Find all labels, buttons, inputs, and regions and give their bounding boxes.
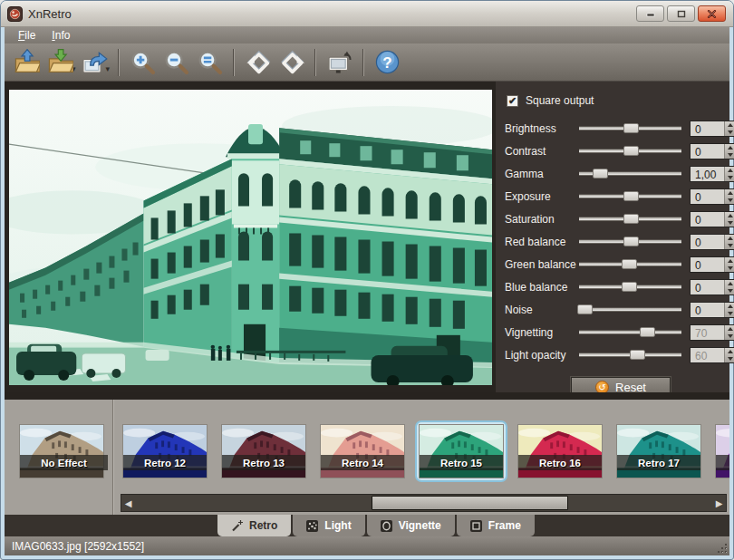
light-opacity-spin-down-button[interactable]	[725, 355, 734, 362]
green-balance-spin-up-button[interactable]	[725, 257, 734, 265]
vignetting-slider[interactable]	[579, 330, 681, 334]
noise-slider-thumb[interactable]	[577, 304, 593, 314]
zoom-out-button[interactable]	[159, 46, 193, 79]
scroll-left-button[interactable]: ◀	[121, 495, 135, 511]
close-button[interactable]	[698, 5, 726, 22]
effect-thumbnail-no-effect[interactable]: No Effect	[15, 420, 112, 482]
save-folder-button[interactable]	[43, 46, 77, 79]
minimize-button[interactable]	[636, 5, 664, 22]
blue-balance-spinbox[interactable]: 0	[690, 279, 734, 295]
brightness-spin-up-button[interactable]	[725, 121, 734, 129]
light-opacity-slider-thumb[interactable]	[630, 350, 645, 360]
exposure-label: Exposure	[505, 190, 579, 203]
exposure-spinbox[interactable]: 0	[690, 188, 734, 205]
contrast-spin-up-button[interactable]	[725, 144, 734, 151]
tab-light[interactable]: Light	[293, 515, 364, 536]
green-balance-slider[interactable]	[579, 262, 681, 266]
light-opacity-slider[interactable]	[579, 352, 681, 357]
saturation-spin-down-button[interactable]	[725, 219, 734, 227]
red-balance-slider[interactable]	[579, 239, 681, 244]
effect-thumbnail-retro-15[interactable]: Retro 15	[415, 420, 507, 482]
noise-spinbox[interactable]: 0	[690, 302, 734, 318]
resize-grip[interactable]	[718, 544, 728, 554]
vignetting-spin-down-button[interactable]	[725, 333, 734, 340]
noise-slider[interactable]	[579, 307, 681, 312]
red-balance-spin-up-button[interactable]	[725, 235, 734, 242]
blue-balance-label: Blue balance	[505, 281, 579, 294]
green-balance-spinbox[interactable]: 0	[690, 256, 734, 273]
blue-balance-spin-up-button[interactable]	[725, 280, 734, 287]
help-button[interactable]: ?	[371, 46, 404, 79]
square-output-checkbox[interactable]: ✔	[507, 95, 518, 107]
red-balance-spin-down-button[interactable]	[725, 242, 734, 249]
exposure-spin-up-button[interactable]	[725, 189, 734, 197]
light-opacity-value: 60	[691, 348, 724, 362]
red-balance-label: Red balance	[505, 236, 579, 248]
vignetting-spinbox[interactable]: 70	[690, 324, 734, 341]
tab-label: Retro	[249, 519, 277, 532]
contrast-spin-down-button[interactable]	[725, 151, 734, 159]
toolbar-separator	[118, 49, 120, 76]
noise-spin-down-button[interactable]	[725, 310, 734, 317]
scroll-right-button[interactable]: ▶	[712, 495, 726, 511]
light-opacity-spin-up-button[interactable]	[725, 348, 734, 355]
saturation-spinbox[interactable]: 0	[690, 211, 734, 227]
red-balance-slider-thumb[interactable]	[623, 237, 639, 246]
effect-thumbnail-retro-14[interactable]: Retro 14	[316, 420, 409, 482]
gamma-spin-up-button[interactable]	[725, 167, 734, 174]
rotate-left-button[interactable]	[241, 46, 275, 79]
brightness-slider-thumb[interactable]	[623, 123, 639, 133]
saturation-slider[interactable]	[579, 217, 681, 221]
blue-balance-slider[interactable]	[579, 285, 681, 289]
tab-frame[interactable]: Frame	[457, 515, 535, 536]
effect-thumbnail-retro-18[interactable]: Retro 18	[711, 420, 729, 482]
effect-thumbnail-retro-17[interactable]: Retro 17	[613, 420, 705, 482]
green-balance-row: Green balance0	[505, 253, 722, 275]
green-balance-spin-down-button[interactable]	[725, 265, 734, 272]
light-opacity-spin-buttons	[724, 348, 734, 362]
brightness-slider[interactable]	[579, 126, 681, 130]
light-opacity-row: Light opacity60	[505, 343, 722, 366]
tab-retro[interactable]: Retro	[217, 515, 291, 536]
effect-thumbnail-label: Retro 13	[222, 455, 305, 470]
effect-thumbnail-retro-12[interactable]: Retro 12	[119, 420, 211, 482]
tab-vignette[interactable]: Vignette	[367, 515, 455, 536]
light-opacity-spinbox[interactable]: 60	[690, 347, 734, 363]
gamma-spinbox[interactable]: 1,00	[690, 166, 734, 182]
blue-balance-slider-thumb[interactable]	[622, 282, 637, 292]
effect-thumbnail-retro-13[interactable]: Retro 13	[217, 420, 310, 482]
contrast-spinbox[interactable]: 0	[690, 143, 734, 159]
contrast-slider[interactable]	[579, 149, 681, 153]
set-wallpaper-button[interactable]	[323, 46, 356, 79]
thumbnail-scrollbar: ◀ ▶	[121, 494, 727, 512]
menu-item-info[interactable]: Info	[43, 28, 78, 43]
exposure-slider-thumb[interactable]	[623, 191, 639, 201]
zoom-in-button[interactable]	[126, 46, 159, 79]
red-balance-spinbox[interactable]: 0	[690, 234, 734, 250]
exposure-slider[interactable]	[579, 194, 681, 198]
gamma-slider-thumb[interactable]	[593, 169, 608, 179]
saturation-spin-up-button[interactable]	[725, 212, 734, 219]
contrast-slider-thumb[interactable]	[623, 146, 639, 156]
rotate-right-button[interactable]	[275, 46, 308, 79]
up-arrow-icon	[728, 282, 733, 285]
brightness-spin-down-button[interactable]	[725, 129, 734, 136]
gamma-slider[interactable]	[579, 171, 681, 176]
green-balance-slider-thumb[interactable]	[622, 259, 637, 269]
gamma-spin-down-button[interactable]	[725, 174, 734, 181]
saturation-slider-thumb[interactable]	[623, 214, 639, 224]
maximize-button[interactable]	[667, 5, 695, 22]
effect-thumbnail-retro-16[interactable]: Retro 16	[514, 420, 606, 482]
zoom-fit-button[interactable]	[193, 46, 227, 79]
scroll-track[interactable]	[135, 495, 712, 511]
blue-balance-spin-down-button[interactable]	[725, 287, 734, 294]
menu-item-file[interactable]: File	[10, 28, 43, 43]
brightness-spinbox[interactable]: 0	[690, 121, 734, 137]
vignetting-spin-up-button[interactable]	[725, 325, 734, 333]
exposure-spin-down-button[interactable]	[725, 197, 734, 204]
vignetting-slider-thumb[interactable]	[640, 327, 655, 337]
export-button[interactable]	[78, 46, 111, 79]
scroll-thumb[interactable]	[372, 496, 568, 510]
open-folder-button[interactable]	[10, 46, 43, 79]
noise-spin-up-button[interactable]	[725, 303, 734, 310]
